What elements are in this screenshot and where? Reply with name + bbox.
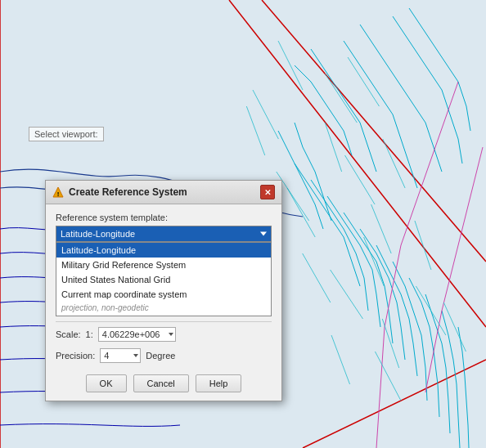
scale-row: Scale: 1: 4.06229e+006 (56, 327, 272, 342)
template-label: Reference system template: (56, 213, 272, 222)
dropdown-option-latitude-longitude[interactable]: Latitude-Longitude (56, 243, 271, 258)
precision-label: Precision: (56, 351, 95, 361)
cancel-button[interactable]: Cancel (133, 374, 189, 392)
grayed-text: projection, non-geodetic (56, 302, 271, 316)
template-dropdown-container: Latitude-Longitude Latitude-Longitude Mi… (56, 226, 272, 316)
viewport-label: Select viewport: (29, 127, 104, 141)
precision-select[interactable]: 4 (100, 348, 141, 363)
dialog-title-bar: ! Create Reference System ✕ (46, 181, 281, 204)
scale-label: Scale: (56, 329, 81, 339)
title-bar-left: ! Create Reference System (52, 186, 187, 198)
create-reference-system-dialog: ! Create Reference System ✕ Reference sy… (45, 180, 282, 401)
dropdown-list: Latitude-Longitude Military Grid Referen… (56, 242, 272, 316)
template-dropdown[interactable]: Latitude-Longitude (56, 226, 272, 242)
dropdown-option-current-map[interactable]: Current map coordinate system (56, 287, 271, 302)
button-row: OK Cancel Help (56, 371, 272, 392)
selected-option-text: Latitude-Longitude (61, 229, 135, 239)
scale-select-container: 4.06229e+006 (98, 327, 176, 342)
dropdown-arrow-icon (260, 232, 267, 236)
dropdown-option-us-national-grid[interactable]: United States National Grid (56, 272, 271, 287)
help-button[interactable]: Help (196, 374, 242, 392)
close-button[interactable]: ✕ (260, 185, 275, 199)
ok-button[interactable]: OK (86, 374, 127, 392)
divider-1 (56, 321, 272, 322)
precision-select-container: 4 (100, 348, 141, 363)
dialog-title: Create Reference System (69, 186, 187, 198)
dropdown-option-military-grid[interactable]: Military Grid Reference System (56, 258, 271, 272)
precision-row: Precision: 4 Degree (56, 348, 272, 363)
precision-unit: Degree (146, 351, 175, 361)
svg-text:!: ! (57, 190, 60, 198)
dialog-content: Reference system template: Latitude-Long… (46, 204, 281, 401)
warning-icon: ! (52, 186, 64, 198)
scale-ratio: 1: (86, 329, 93, 339)
viewport-label-text: Select viewport: (34, 129, 98, 139)
scale-select[interactable]: 4.06229e+006 (98, 327, 176, 342)
